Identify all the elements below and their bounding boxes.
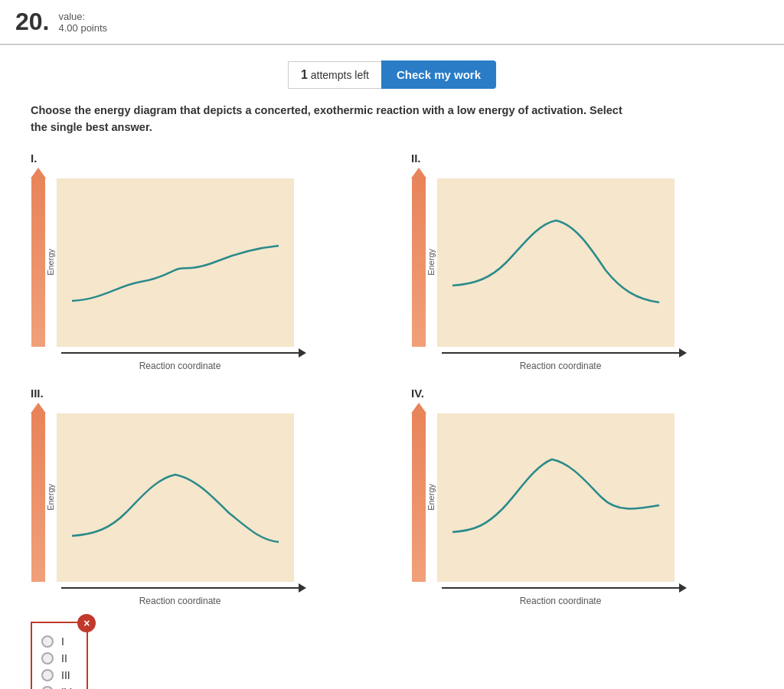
option-label-II: II	[61, 652, 67, 665]
x-axis-line-II	[442, 352, 679, 354]
chart-area-IV	[437, 413, 675, 582]
y-label-I: Energy	[46, 249, 55, 276]
question-value: value: 4.00 points	[58, 11, 107, 34]
x-axis-row-III	[61, 583, 306, 593]
diagram-label-III: III.	[31, 387, 54, 400]
options-box: × I II III IV	[31, 622, 88, 690]
diagram-label-IV: IV.	[411, 387, 434, 400]
diagram-III[interactable]: III. Energy	[31, 387, 381, 606]
y-axis-II	[411, 168, 426, 347]
question-header: 20. value: 4.00 points	[0, 0, 784, 44]
y-label-container-I: Energy	[46, 178, 55, 347]
y-arrow-I	[31, 168, 46, 178]
y-label-container-IV: Energy	[426, 413, 436, 582]
y-shaft-I	[31, 178, 45, 347]
diagram-wrapper-I: Energy	[31, 168, 294, 347]
diagram-I[interactable]: I. Energy	[31, 152, 381, 371]
x-arrow-III	[299, 583, 306, 593]
y-arrow-IV	[411, 403, 426, 413]
diagram-wrapper-II: Energy	[411, 168, 675, 347]
y-arrow-III	[31, 403, 46, 413]
option-label-I: I	[61, 635, 64, 648]
chart-area-II	[437, 178, 675, 347]
x-label-II: Reaction coordinate	[442, 361, 679, 371]
x-axis-row-I	[61, 348, 306, 358]
chart-area-III	[57, 413, 294, 582]
attempts-box: 1 attempts left	[288, 61, 381, 89]
x-label-I: Reaction coordinate	[61, 361, 299, 371]
attempts-bar: 1 attempts left Check my work	[23, 60, 761, 89]
main-content: 1 attempts left Check my work Choose the…	[0, 45, 784, 689]
x-label-IV: Reaction coordinate	[442, 596, 679, 606]
y-label-container-III: Energy	[46, 413, 55, 582]
question-text: Choose the energy diagram that depicts a…	[31, 103, 628, 136]
option-row-I[interactable]: I	[41, 635, 71, 648]
option-label-IV: IV	[61, 686, 71, 690]
diagram-IV[interactable]: IV. Energy	[411, 387, 761, 606]
x-axis-row-II	[442, 348, 687, 358]
x-label-III: Reaction coordinate	[61, 596, 299, 606]
option-row-III[interactable]: III	[41, 669, 71, 681]
x-axis-line-III	[61, 587, 299, 589]
question-number: 20.	[15, 8, 49, 36]
y-axis-IV	[411, 403, 426, 582]
y-shaft-II	[412, 178, 426, 347]
radio-I[interactable]	[41, 635, 54, 648]
diagram-wrapper-IV: Energy	[411, 403, 675, 582]
option-row-IV[interactable]: IV	[41, 686, 71, 690]
y-label-II: Energy	[426, 249, 436, 276]
y-label-container-II: Energy	[426, 178, 436, 347]
options-section: × I II III IV	[31, 622, 761, 690]
diagrams-grid: I. Energy	[31, 152, 761, 606]
error-icon: ×	[77, 614, 96, 632]
y-shaft-IV	[412, 413, 426, 582]
diagram-wrapper-III: Energy	[31, 403, 294, 582]
x-arrow-IV	[679, 583, 687, 593]
y-axis-III	[31, 403, 46, 582]
option-row-II[interactable]: II	[41, 652, 71, 665]
diagram-label-I: I.	[31, 152, 54, 165]
radio-III[interactable]	[41, 669, 54, 681]
x-arrow-I	[299, 348, 306, 358]
y-arrow-II	[411, 168, 426, 178]
y-label-IV: Energy	[426, 484, 436, 511]
check-my-work-button[interactable]: Check my work	[381, 60, 496, 89]
chart-area-I	[57, 178, 294, 347]
radio-II[interactable]	[41, 652, 54, 665]
attempts-label: attempts left	[311, 69, 369, 81]
y-shaft-III	[31, 413, 45, 582]
diagram-II[interactable]: II. Energy	[411, 152, 761, 371]
y-axis-I	[31, 168, 46, 347]
x-arrow-II	[679, 348, 687, 358]
x-axis-row-IV	[442, 583, 687, 593]
option-label-III: III	[61, 669, 70, 681]
diagram-label-II: II.	[411, 152, 434, 165]
attempts-count: 1	[301, 68, 308, 81]
y-label-III: Energy	[46, 484, 55, 511]
x-axis-line-I	[61, 352, 299, 354]
radio-IV[interactable]	[41, 686, 54, 690]
x-axis-line-IV	[442, 587, 679, 589]
